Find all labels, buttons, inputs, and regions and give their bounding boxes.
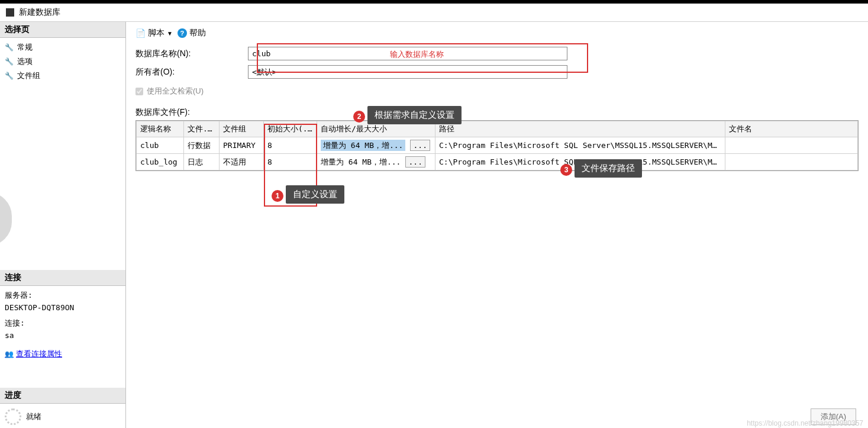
- script-icon: 📄: [135, 28, 146, 38]
- fulltext-label: 使用全文检索(U): [147, 86, 204, 96]
- titlebar: 新建数据库: [0, 4, 868, 22]
- script-label: 脚本: [148, 28, 164, 38]
- pages-header: 选择页: [0, 22, 125, 38]
- grid-row[interactable]: club_log 日志 不适用 8 增量为 64 MB，增... ... C:\…: [137, 154, 858, 170]
- wrench-icon: 🔧: [5, 43, 14, 52]
- conn-value: sa: [5, 330, 121, 342]
- progress-status: 就绪: [26, 411, 41, 422]
- fulltext-checkbox: [135, 88, 143, 95]
- annotation-badge-2: 2: [353, 111, 365, 123]
- ellipsis-button[interactable]: ...: [405, 156, 425, 168]
- watermark: https://blog.csdn.net/zhang19980357: [747, 419, 863, 427]
- server-label: 服务器:: [5, 289, 121, 302]
- sidebar: 选择页 🔧 常规 🔧 选项 🔧 文件组 连接 服务器: DESKTOP-DQT8…: [0, 22, 126, 428]
- cell-name[interactable]: club_log: [137, 154, 184, 170]
- connection-header: 连接: [0, 270, 125, 286]
- cell-path[interactable]: C:\Program Files\Microsoft SQL Server\MS…: [435, 137, 725, 154]
- cell-type[interactable]: 行数据: [184, 137, 220, 154]
- cell-group[interactable]: 不适用: [220, 154, 264, 170]
- grid-header-row: 逻辑名称 文件... 文件组 初始大小(... 自动增长/最大大小 路径 文件名: [137, 121, 858, 137]
- col-filegroup[interactable]: 文件组: [220, 121, 264, 137]
- cell-size[interactable]: 8: [264, 154, 317, 170]
- files-label: 数据库文件(F):: [135, 107, 859, 118]
- dbname-label: 数据库名称(N):: [135, 49, 248, 59]
- col-path[interactable]: 路径: [435, 121, 725, 137]
- col-logical-name[interactable]: 逻辑名称: [137, 121, 184, 137]
- sidebar-label: 文件组: [17, 70, 40, 81]
- cell-filename[interactable]: [725, 154, 858, 170]
- spinner-icon: [5, 408, 21, 425]
- sidebar-item-general[interactable]: 🔧 常规: [0, 40, 125, 54]
- cell-filename[interactable]: [725, 137, 858, 154]
- people-icon: 👥: [5, 349, 14, 360]
- annotation-badge-1: 1: [272, 190, 283, 202]
- cell-growth[interactable]: 增量为 64 MB，增... ...: [317, 154, 435, 170]
- chevron-down-icon: ▼: [167, 30, 173, 37]
- annotation-bubble-1: 自定义设置: [286, 185, 344, 204]
- wrench-icon: 🔧: [5, 72, 14, 80]
- sidebar-item-options[interactable]: 🔧 选项: [0, 54, 125, 69]
- annotation-bubble-3: 文件保存路径: [575, 159, 642, 178]
- owner-input[interactable]: [248, 65, 567, 79]
- conn-label: 连接:: [5, 317, 121, 330]
- files-grid[interactable]: 逻辑名称 文件... 文件组 初始大小(... 自动增长/最大大小 路径 文件名…: [135, 120, 859, 171]
- sidebar-label: 选项: [17, 56, 33, 67]
- annotation-bubble-2: 根据需求自定义设置: [367, 106, 462, 124]
- annotation-badge-3: 3: [560, 164, 572, 176]
- server-value: DESKTOP-DQT89ON: [5, 302, 121, 314]
- cell-type[interactable]: 日志: [184, 154, 220, 170]
- help-button[interactable]: ? 帮助: [178, 28, 206, 38]
- view-props-text: 查看连接属性: [16, 348, 62, 361]
- decorative-arc: [0, 192, 12, 246]
- col-file-type[interactable]: 文件...: [184, 121, 220, 137]
- help-icon: ?: [178, 28, 187, 38]
- help-label: 帮助: [189, 28, 206, 38]
- sidebar-item-filegroups[interactable]: 🔧 文件组: [0, 69, 125, 83]
- script-button[interactable]: 📄 脚本 ▼: [135, 28, 173, 38]
- owner-label: 所有者(O):: [135, 67, 248, 78]
- cell-size[interactable]: 8: [264, 137, 317, 154]
- col-initial-size[interactable]: 初始大小(...: [264, 121, 317, 137]
- col-filename[interactable]: 文件名: [725, 121, 858, 137]
- sidebar-label: 常规: [17, 42, 33, 53]
- view-connection-link[interactable]: 👥 查看连接属性: [5, 348, 62, 361]
- cell-group[interactable]: PRIMARY: [220, 137, 264, 154]
- wrench-icon: 🔧: [5, 57, 14, 66]
- database-icon: [6, 8, 14, 17]
- annotation-input-hint: 输入数据库名称: [390, 49, 444, 60]
- ellipsis-button[interactable]: ...: [410, 140, 430, 151]
- grid-row[interactable]: club 行数据 PRIMARY 8 增量为 64 MB，增... ... C:…: [137, 137, 858, 154]
- cell-growth[interactable]: 增量为 64 MB，增... ...: [317, 137, 435, 154]
- window-title: 新建数据库: [19, 7, 60, 18]
- progress-header: 进度: [0, 388, 125, 404]
- cell-name[interactable]: club: [137, 137, 184, 154]
- main-panel: 📄 脚本 ▼ ? 帮助 输入数据库名称 数据库名称(N): 所有者(O):: [126, 22, 868, 428]
